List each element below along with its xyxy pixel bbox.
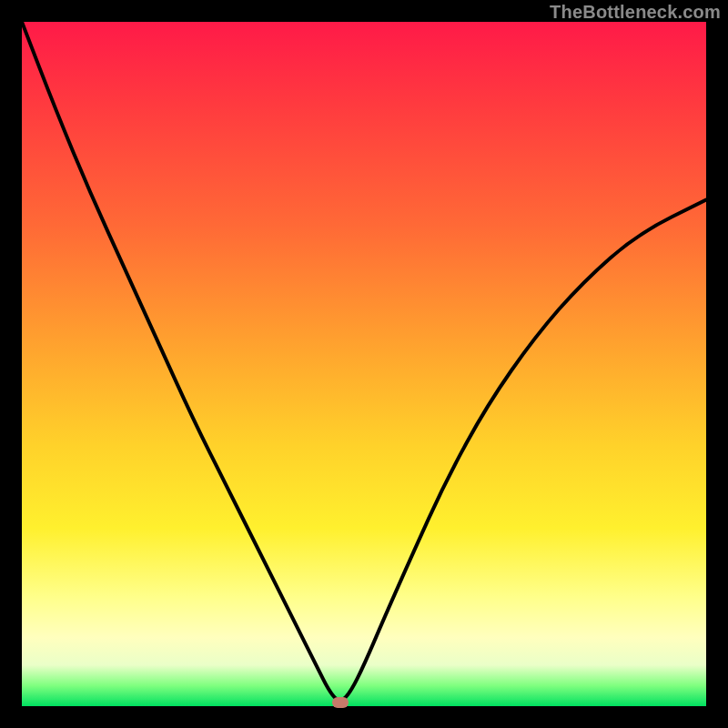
minimum-marker	[332, 697, 349, 708]
bottleneck-curve	[22, 22, 706, 706]
chart-plot-area	[22, 22, 706, 706]
watermark-text: TheBottleneck.com	[550, 2, 721, 23]
chart-frame: TheBottleneck.com	[0, 0, 728, 728]
